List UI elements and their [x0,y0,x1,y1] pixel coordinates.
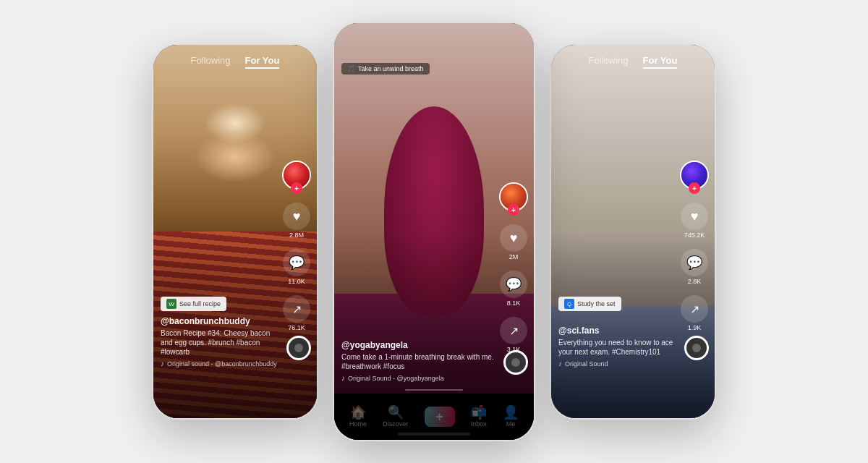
center-share-button[interactable]: ↗ 3.1K [500,317,527,353]
like-button[interactable]: ♥ 2.8M [283,203,310,239]
center-sound-row: ♪ Original Sound - @yogabyangela [341,374,494,382]
right-phone: Following For You + ♥ 745.2K 💬 2.8K ↗ 1.… [550,43,716,420]
right-for-you-tab[interactable]: For You [643,55,678,69]
center-phone: 🎵 Take an unwind breath + ♥ 2M 💬 8.1K ↗ [333,22,535,441]
right-bottom-info: @sci.fans Everything you need to know to… [558,326,675,368]
breath-badge[interactable]: 🎵 Take an unwind breath [341,63,430,75]
comment-button[interactable]: 💬 11.0K [283,249,310,285]
breath-label: Take an unwind breath [358,65,424,72]
right-username[interactable]: @sci.fans [558,326,675,336]
bottom-info: @baconbrunchbuddy Bacon Recipe #34: Chee… [161,316,277,368]
avatar-action[interactable]: + [282,161,311,192]
study-icon: Q [564,299,574,309]
right-record-inner [692,344,701,352]
center-follow-badge[interactable]: + [508,204,519,216]
like-count: 2.8M [289,232,304,239]
share-button[interactable]: ↗ 76.1K [283,295,310,331]
right-top-tabs: Following For You [551,55,715,69]
scroll-bar [405,389,463,391]
record-inner [294,344,303,352]
center-like-count: 2M [509,253,519,260]
sound-row: ♪ Original sound - @baconbrunchbuddy [161,360,277,368]
comment-count: 11.0K [288,278,305,285]
center-comment-button[interactable]: 💬 8.1K [500,271,527,307]
study-badge[interactable]: Q Study the set [558,297,621,311]
center-side-actions: + ♥ 2M 💬 8.1K ↗ 3.1K [499,182,528,353]
right-follow-badge[interactable]: + [689,182,700,194]
left-phone: Following For You + ♥ 2.8M 💬 11.0K ↗ 76.… [152,43,318,420]
center-music-note-icon: ♪ [341,374,345,382]
right-share-button[interactable]: ↗ 1.9K [681,295,708,331]
study-label: Study the set [577,300,616,307]
right-record-disc [684,336,709,360]
center-comment-count: 8.1K [507,300,521,307]
following-tab[interactable]: Following [191,55,231,69]
right-following-tab[interactable]: Following [589,55,629,69]
center-record-disc [503,350,528,375]
right-share-count: 1.9K [688,324,702,331]
right-description: Everything you need to know to ace your … [558,338,675,357]
right-side-actions: + ♥ 745.2K 💬 2.8K ↗ 1.9K [680,161,709,331]
side-actions: + ♥ 2.8M 💬 11.0K ↗ 76.1K [282,161,311,331]
right-avatar-action[interactable]: + [680,161,709,192]
top-tabs: Following For You [153,55,317,69]
recipe-label: See full recipe [179,300,221,307]
center-record-inner [511,358,520,367]
center-description: Come take a 1-minute breathing break wit… [341,352,494,371]
right-comment-button[interactable]: 💬 2.8K [681,249,708,285]
center-username[interactable]: @yogabyangela [341,340,494,350]
center-like-button[interactable]: ♥ 2M [500,224,527,260]
center-bottom-info: @yogabyangela Come take a 1-minute breat… [341,340,494,382]
center-avatar-action[interactable]: + [499,182,528,214]
recipe-icon: W [166,299,176,309]
right-comment-count: 2.8K [688,278,702,285]
for-you-tab[interactable]: For You [245,55,280,69]
sound-text: Original sound - @baconbrunchbuddy [167,360,277,368]
right-music-note-icon: ♪ [558,360,562,368]
record-disc [286,336,311,360]
description: Bacon Recipe #34: Cheesy bacon and egg c… [161,328,277,357]
right-like-count: 745.2K [684,232,705,239]
right-sound-row: ♪ Original Sound [558,360,675,368]
music-note-icon: ♪ [161,360,164,368]
username[interactable]: @baconbrunchbuddy [161,316,277,326]
follow-badge[interactable]: + [291,182,302,194]
breath-icon: 🎵 [347,65,355,72]
right-sound-text: Original Sound [565,360,608,368]
right-like-button[interactable]: ♥ 745.2K [681,203,708,239]
share-count: 76.1K [288,324,305,331]
center-sound-text: Original Sound - @yogabyangela [348,375,444,382]
recipe-badge[interactable]: W See full recipe [161,297,226,311]
